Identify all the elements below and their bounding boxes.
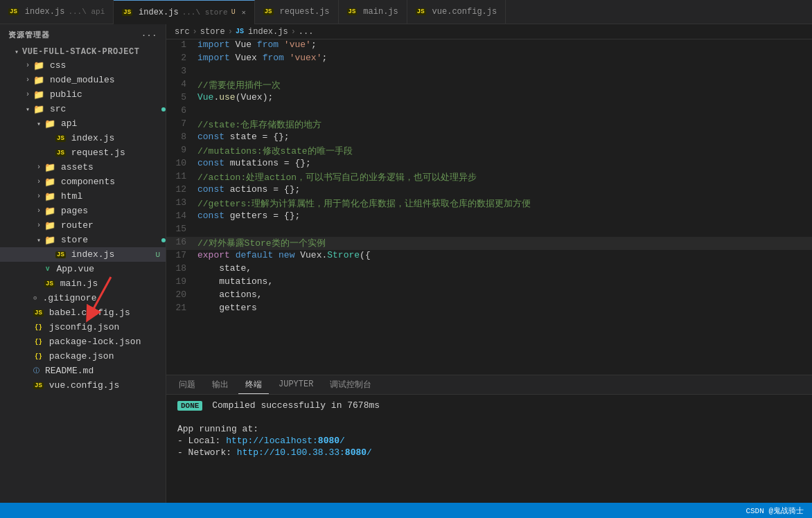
terminal-panel: 问题 输出 终端 JUPYTER 调试控制台 DONE Compiled suc… [166,375,812,503]
panel-tab-debug[interactable]: 调试控制台 [323,376,378,394]
js-icon: JS [263,8,274,15]
git-file-icon: ⊙ [33,294,37,302]
tab-main[interactable]: JS main.js [339,0,407,24]
json-file-icon: {} [33,353,44,360]
sidebar-item-readme[interactable]: ⓘ README.md [0,364,166,378]
folder-icon: 📁 [44,162,55,173]
sidebar-item-html[interactable]: › 📁 html [0,189,166,204]
sidebar-item-vue-config[interactable]: JS vue.config.js [0,378,166,393]
sidebar-item-babel[interactable]: JS babel.config.js [0,305,166,320]
tab-store-index[interactable]: JS index.js ...\ store U ✕ [114,0,254,24]
js-icon: JS [122,9,132,16]
code-line-7: 7 //state:仓库存储数据的地方 [166,118,812,132]
folder-icon: 📁 [33,60,44,71]
js-file-icon: JS [55,135,66,142]
sidebar-item-label: main.js [58,278,166,289]
js-icon: JS [416,8,426,15]
terminal-content: DONE Compiled successfully in 7678ms App… [166,395,812,503]
chevron-right-icon: › [33,178,44,186]
sidebar-item-project[interactable]: ▾ VUE-FULL-STACK-PROJECT [0,46,166,58]
sidebar-item-appvue[interactable]: V App.vue [0,262,166,276]
tab-path: ...\ api [68,8,105,16]
chevron-down-icon: ▾ [33,236,44,244]
sidebar-item-css[interactable]: › 📁 css [0,58,166,73]
sidebar-item-store-index[interactable]: JS index.js U [0,247,166,262]
sidebar-item-label: public [47,89,166,100]
breadcrumb-js-icon: JS [236,28,244,35]
sidebar-item-label: request.js [69,147,166,159]
sidebar-item-components[interactable]: › 📁 components [0,175,166,189]
sidebar-item-api[interactable]: ▾ 📁 api [0,116,166,131]
sidebar-item-package[interactable]: {} package.json [0,349,166,364]
sidebar-item-label: store [58,234,159,246]
terminal-line-empty [177,412,801,422]
chevron-down-icon: ▾ [22,105,33,114]
terminal-line-local: - Local: http://localhost:8080/ [177,436,801,446]
editor-area: src › store › JS index.js › ... 1 import… [166,24,812,503]
sidebar-item-label: package.json [46,350,166,362]
code-line-4: 4 //需要使用插件一次 [166,79,812,92]
sidebar-item-assets[interactable]: › 📁 assets [0,160,166,175]
panel-tab-output[interactable]: 输出 [205,376,236,394]
sidebar-item-gitignore[interactable]: ⊙ .gitignore [0,291,166,305]
folder-icon: 📁 [33,75,44,86]
sidebar-item-store[interactable]: ▾ 📁 store [0,233,166,247]
panel-tab-problems[interactable]: 问题 [172,376,202,394]
sidebar-menu-button[interactable]: ··· [141,31,157,39]
sidebar-item-public[interactable]: › 📁 public [0,87,166,102]
done-badge: DONE [177,401,202,411]
sidebar-item-node-modules[interactable]: › 📁 node_modules [0,73,166,87]
sidebar-item-router[interactable]: › 📁 router [0,218,166,233]
sidebar-item-pages[interactable]: › 📁 pages [0,204,166,218]
close-tab-button[interactable]: ✕ [242,8,246,17]
code-line-15: 15 [166,224,812,237]
sidebar-item-label: jsconfig.json [46,321,166,333]
panel-tab-jupyter[interactable]: JUPYTER [272,377,320,393]
chevron-right-icon: › [22,91,33,98]
terminal-network-prefix: - Network: [177,447,237,458]
sidebar-item-jsconfig[interactable]: {} jsconfig.json [0,320,166,334]
tab-vue-config[interactable]: JS vue.config.js [407,0,506,24]
breadcrumb-file: index.js [248,27,288,37]
folder-icon: 📁 [33,89,44,100]
sidebar-item-label: html [58,190,166,202]
modified-dot [161,107,166,111]
sidebar-item-src[interactable]: ▾ 📁 src [0,102,166,116]
sidebar-item-label: css [47,60,166,71]
terminal-local-link[interactable]: http://localhost:8080/ [226,436,345,446]
csdn-watermark: CSDN @鬼战骑士 [745,506,804,516]
chevron-right-icon: › [33,207,44,215]
panel-tab-bar: 问题 输出 终端 JUPYTER 调试控制台 [166,375,812,395]
code-line-10: 10 const mutations = {}; [166,158,812,171]
sidebar-header: 资源管理器 ··· [0,24,166,46]
code-line-17: 17 export default new Vuex.Strore({ [166,250,812,263]
tab-bar: JS index.js ...\ api JS index.js ...\ st… [0,0,812,24]
chevron-down-icon: ▾ [33,120,44,128]
panel-tab-terminal[interactable]: 终端 [238,376,269,394]
sidebar-item-api-index[interactable]: JS index.js [0,131,166,145]
js-file-icon: JS [44,280,55,287]
json-file-icon: {} [33,324,44,331]
status-bar: CSDN @鬼战骑士 [0,503,812,518]
sidebar-item-package-lock[interactable]: {} package-lock.json [0,334,166,349]
sidebar-item-mainjs[interactable]: JS main.js [0,276,166,291]
untracked-badge: U [155,251,160,259]
project-label: VUE-FULL-STACK-PROJECT [22,47,139,57]
tab-label: index.js [139,8,179,17]
chevron-right-icon: › [22,76,33,84]
folder-icon: 📁 [44,220,55,231]
js-file-icon: JS [33,310,44,316]
sidebar-item-label: components [58,176,166,188]
code-line-12: 12 const actions = {}; [166,184,812,197]
sidebar-item-label: router [58,220,166,231]
tab-api-index[interactable]: JS index.js ...\ api [0,0,114,24]
code-line-18: 18 state, [166,263,812,276]
code-line-11: 11 //action:处理action，可以书写自己的业务逻辑，也可以处理异步 [166,171,812,184]
sidebar-item-label: README.md [42,365,166,377]
tab-request[interactable]: JS request.js [255,0,339,24]
vue-file-icon: V [44,266,51,273]
terminal-network-link[interactable]: http://10.100.38.33:8080/ [237,447,372,458]
code-editor: 1 import Vue from 'vue'; 2 import Vuex f… [166,39,812,375]
folder-icon: 📁 [44,177,55,188]
sidebar-item-request[interactable]: JS request.js [0,145,166,160]
